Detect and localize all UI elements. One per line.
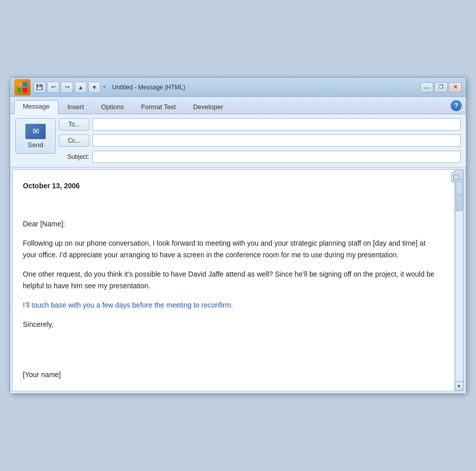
tab-developer[interactable]: Developer [185, 101, 231, 114]
window-title: Untitled - Message (HTML) [110, 84, 417, 91]
quick-access-toolbar: 💾 ↩ ↪ ▲ ▼ ▾ [33, 82, 107, 93]
svg-rect-1 [23, 82, 27, 87]
send-label: Send [28, 141, 43, 149]
help-button[interactable]: ? [451, 100, 462, 111]
tab-insert[interactable]: Insert [59, 101, 92, 114]
scrollbar-track-area[interactable] [455, 179, 463, 382]
tab-message[interactable]: Message [14, 100, 58, 114]
scrollbar-grip [457, 194, 462, 196]
scrollbar-thumb[interactable] [456, 181, 463, 211]
toolbar-divider: ▾ [102, 84, 107, 90]
email-paragraph-1: Following up on our phone conversation, … [23, 238, 440, 260]
email-paragraph-2: One other request, do you think it’s pos… [23, 268, 440, 291]
email-paragraph-3: I’ll touch base with you a few days befo… [23, 299, 440, 311]
cc-input[interactable] [92, 134, 461, 147]
window-controls: — ❐ ✕ [420, 82, 462, 92]
scrollbar: ▲ ▼ [454, 170, 463, 391]
email-salutation: Dear [Name]: [23, 218, 440, 229]
tab-format-text[interactable]: Format Text [133, 101, 184, 114]
to-row: To... [59, 118, 461, 130]
svg-rect-0 [17, 82, 22, 87]
redo-icon[interactable]: ↪ [61, 82, 73, 93]
down-arrow-icon[interactable]: ▼ [88, 82, 100, 93]
to-input[interactable] [92, 118, 461, 130]
send-button[interactable]: ✉ Send [15, 118, 56, 154]
outlook-window: 💾 ↩ ↪ ▲ ▼ ▾ Untitled - Message (HTML) — … [10, 77, 466, 394]
cc-row: Cc... [59, 134, 461, 147]
svg-rect-3 [23, 88, 27, 92]
body-icon-button[interactable] [451, 172, 461, 182]
minimize-button[interactable]: — [420, 82, 433, 92]
send-icon: ✉ [25, 124, 46, 139]
title-bar: 💾 ↩ ↪ ▲ ▼ ▾ Untitled - Message (HTML) — … [10, 78, 466, 97]
tab-options[interactable]: Options [93, 101, 132, 114]
email-form: ✉ Send To... Cc... Subject: [10, 114, 466, 167]
email-body-container: October 13, 2006 Dear [Name]: Following … [10, 167, 466, 393]
restore-button[interactable]: ❐ [434, 82, 448, 92]
svg-rect-5 [454, 176, 458, 177]
up-arrow-icon[interactable]: ▲ [75, 82, 87, 93]
cc-button[interactable]: Cc... [59, 134, 89, 147]
email-date: October 13, 2006 [23, 180, 440, 191]
subject-label: Subject: [59, 153, 89, 160]
subject-input[interactable] [92, 151, 461, 163]
address-fields: To... Cc... Subject: [59, 118, 461, 163]
save-icon[interactable]: 💾 [33, 82, 46, 93]
ribbon-tabs: Message Insert Options Format Text Devel… [10, 97, 466, 114]
svg-rect-6 [454, 177, 458, 178]
office-logo [14, 79, 30, 95]
close-button[interactable]: ✕ [449, 82, 462, 92]
scroll-down-arrow[interactable]: ▼ [455, 382, 463, 391]
to-button[interactable]: To... [59, 118, 89, 130]
email-body-inner: October 13, 2006 Dear [Name]: Following … [12, 170, 464, 391]
email-signature: [Your name] [23, 369, 440, 380]
subject-row: Subject: [59, 151, 461, 163]
svg-rect-7 [454, 178, 458, 179]
email-closing: Sincerely, [23, 319, 440, 330]
email-content[interactable]: October 13, 2006 Dear [Name]: Following … [13, 170, 454, 391]
undo-icon[interactable]: ↩ [47, 82, 59, 93]
svg-rect-2 [17, 88, 22, 92]
